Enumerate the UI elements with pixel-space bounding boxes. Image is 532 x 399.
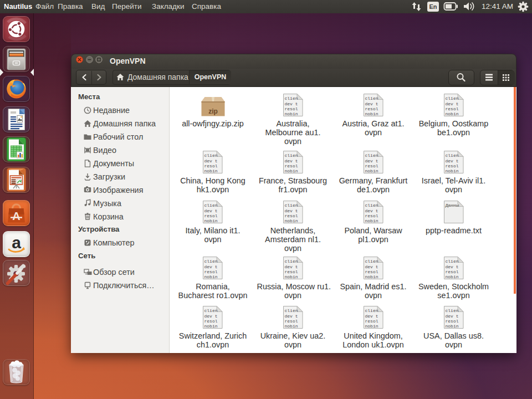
svg-text:a: a xyxy=(12,233,21,252)
svg-text:Данны: Данны xyxy=(445,203,459,208)
svg-text:A: A xyxy=(12,210,20,222)
svg-text:zip: zip xyxy=(208,108,218,115)
